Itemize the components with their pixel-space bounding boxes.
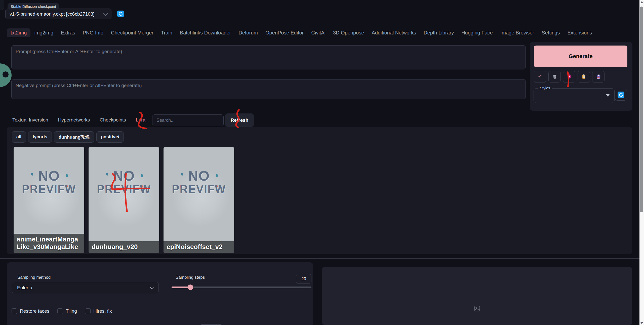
no-preview-text: NO PREVIFW bbox=[89, 169, 159, 196]
section-divider bbox=[0, 258, 640, 259]
lora-card[interactable]: NO PREVIFW dunhuang_v20 bbox=[89, 147, 159, 253]
tab-txt2img[interactable]: txt2img bbox=[7, 28, 30, 37]
subdir-filter-bar: all lycoris dunhuang敦煌 positive/ bbox=[12, 131, 124, 143]
tab-img2img[interactable]: img2img bbox=[30, 28, 57, 37]
offscreen-ring-widget bbox=[0, 63, 12, 87]
tab-civitai[interactable]: CivitAi bbox=[307, 28, 329, 37]
tab-extensions[interactable]: Extensions bbox=[564, 28, 596, 37]
checkbox-icon bbox=[85, 308, 91, 314]
negative-prompt-box bbox=[11, 79, 526, 99]
tab-openpose-editor[interactable]: OpenPose Editor bbox=[262, 28, 307, 37]
checkpoint-value: v1-5-pruned-emaonly.ckpt [cc6cb27103] bbox=[10, 11, 104, 17]
scroll-down-icon[interactable] bbox=[640, 322, 643, 324]
lora-card-grid: NO PREVIFW animeLineartMangaLike_v30Mang… bbox=[14, 147, 234, 253]
hires-fix-checkbox[interactable]: Hires. fix bbox=[85, 308, 112, 314]
filter-positive[interactable]: positive/ bbox=[96, 131, 124, 143]
tab-lora[interactable]: Lora bbox=[136, 117, 145, 123]
extra-networks-tab-bar: Textual Inversion Hypernetworks Checkpoi… bbox=[12, 113, 145, 127]
filter-dunhuang[interactable]: dunhuang敦煌 bbox=[54, 131, 94, 143]
lora-card[interactable]: NO PREVIFW epiNoiseoffset_v2 bbox=[164, 147, 234, 253]
tab-hugging-face[interactable]: Hugging Face bbox=[458, 28, 497, 37]
tab-extras[interactable]: Extras bbox=[57, 28, 79, 37]
arrow-down-left-icon bbox=[537, 74, 543, 80]
tab-checkpoints[interactable]: Checkpoints bbox=[100, 117, 126, 123]
lora-card-title: dunhuang_v20 bbox=[89, 241, 159, 253]
checkbox-icon bbox=[57, 308, 63, 314]
sampling-method-value: Euler a bbox=[17, 285, 150, 291]
chevron-down-icon bbox=[103, 11, 108, 15]
no-preview-text: NO PREVIFW bbox=[164, 169, 234, 196]
checkpoint-label: Stable Diffusion checkpoint bbox=[8, 3, 59, 10]
page-scrollbar[interactable] bbox=[639, 0, 644, 325]
scrollbar-thumb[interactable] bbox=[640, 7, 643, 212]
paste-params-button[interactable] bbox=[534, 71, 546, 83]
lora-card[interactable]: NO PREVIFW animeLineartMangaLike_v30Mang… bbox=[14, 147, 84, 253]
styles-label: Styles bbox=[538, 86, 552, 90]
refresh-icon bbox=[118, 12, 123, 16]
tab-textual-inversion[interactable]: Textual Inversion bbox=[12, 117, 48, 123]
sampling-method-select[interactable]: Euler a bbox=[12, 282, 159, 293]
main-tab-bar: txt2img img2img Extras PNG Info Checkpoi… bbox=[7, 28, 596, 37]
sampling-steps-label: Sampling steps bbox=[176, 275, 205, 280]
tab-hypernetworks[interactable]: Hypernetworks bbox=[58, 117, 90, 123]
no-preview-thumbnail: NO PREVIFW bbox=[164, 147, 234, 253]
tab-batchlinks-downloader[interactable]: Batchlinks Downloader bbox=[176, 28, 235, 37]
checkpoint-select[interactable]: v1-5-pruned-emaonly.ckpt [cc6cb27103] bbox=[5, 9, 111, 19]
restore-faces-checkbox[interactable]: Restore faces bbox=[12, 308, 49, 314]
tab-deforum[interactable]: Deforum bbox=[235, 28, 262, 37]
extra-networks-card-icon bbox=[567, 74, 572, 80]
negative-prompt-input[interactable] bbox=[12, 79, 526, 99]
tab-3d-openpose[interactable]: 3D Openpose bbox=[329, 28, 368, 37]
clear-prompt-button[interactable] bbox=[548, 71, 561, 83]
prompt-input[interactable] bbox=[12, 46, 526, 69]
sampling-method-label: Sampling method bbox=[17, 275, 51, 280]
sampling-steps-slider[interactable] bbox=[172, 287, 311, 288]
toolbar bbox=[534, 71, 605, 83]
filter-all[interactable]: all bbox=[12, 131, 26, 143]
styles-refresh-button[interactable] bbox=[615, 89, 627, 101]
apply-styles-button[interactable] bbox=[578, 71, 590, 83]
tiling-checkbox[interactable]: Tiling bbox=[57, 308, 77, 314]
extra-networks-search-input[interactable] bbox=[152, 114, 224, 126]
tab-image-browser[interactable]: Image Browser bbox=[497, 28, 538, 37]
save-style-button[interactable] bbox=[592, 71, 605, 83]
extra-networks-refresh-button[interactable]: Refresh bbox=[225, 113, 254, 127]
extra-networks-button[interactable] bbox=[563, 71, 575, 83]
lora-card-title: animeLineartMangaLike_v30MangaLike bbox=[14, 234, 84, 253]
styles-select[interactable] bbox=[534, 88, 615, 103]
filter-lycoris[interactable]: lycoris bbox=[28, 131, 52, 143]
tab-checkpoint-merger[interactable]: Checkpoint Merger bbox=[107, 28, 157, 37]
option-checkbox-row: Restore faces Tiling Hires. fix bbox=[12, 308, 112, 314]
refresh-icon bbox=[618, 92, 624, 98]
tab-settings[interactable]: Settings bbox=[538, 28, 564, 37]
tab-additional-networks[interactable]: Additional Networks bbox=[368, 28, 420, 37]
image-placeholder-icon bbox=[474, 305, 480, 313]
no-preview-thumbnail: NO PREVIFW bbox=[89, 147, 159, 253]
clipboard-icon bbox=[581, 74, 587, 80]
stable-diffusion-webui: Stable Diffusion checkpoint v1-5-pruned-… bbox=[0, 0, 644, 325]
lora-card-title: epiNoiseoffset_v2 bbox=[164, 241, 234, 253]
tab-png-info[interactable]: PNG Info bbox=[79, 28, 107, 37]
offscreen-panel-edge bbox=[0, 0, 4, 10]
checkpoint-refresh-button[interactable] bbox=[117, 11, 124, 17]
tab-depth-library[interactable]: Depth Library bbox=[420, 28, 458, 37]
trash-icon bbox=[552, 74, 557, 80]
below-fold-element-edge bbox=[201, 324, 221, 325]
tab-train[interactable]: Train bbox=[157, 28, 176, 37]
save-icon bbox=[596, 74, 601, 80]
output-gallery-panel bbox=[322, 267, 632, 325]
generate-button[interactable]: Generate bbox=[534, 46, 627, 67]
extra-networks-panel: all lycoris dunhuang敦煌 positive/ NO PREV… bbox=[7, 127, 632, 254]
dropdown-caret-icon bbox=[606, 94, 610, 97]
checkbox-icon bbox=[12, 308, 17, 314]
sampling-steps-input[interactable] bbox=[296, 274, 311, 284]
prompt-box bbox=[11, 45, 526, 69]
scroll-up-icon[interactable] bbox=[640, 1, 643, 3]
chevron-down-icon bbox=[149, 285, 154, 289]
generation-settings-panel bbox=[7, 262, 313, 325]
no-preview-text: NO PREVIFW bbox=[14, 169, 84, 196]
slider-handle[interactable] bbox=[188, 285, 193, 290]
